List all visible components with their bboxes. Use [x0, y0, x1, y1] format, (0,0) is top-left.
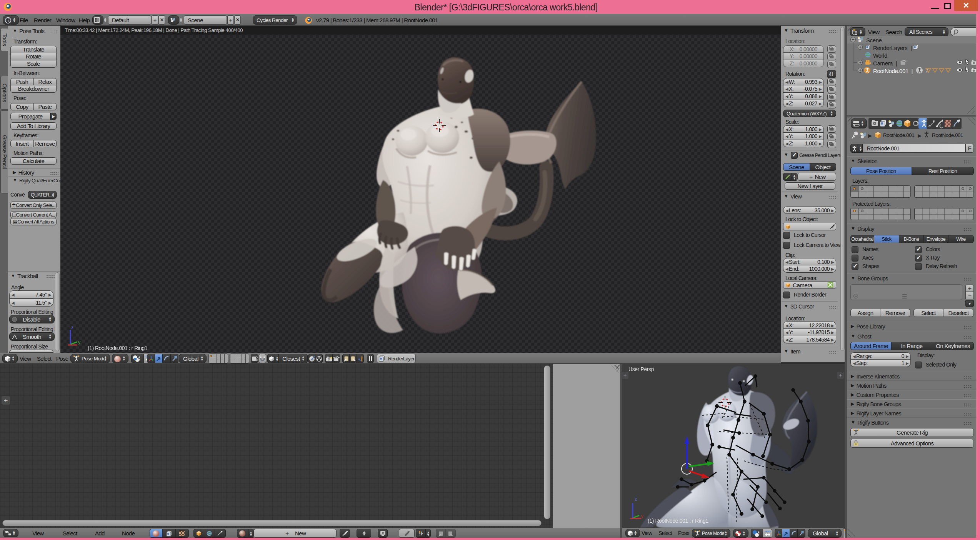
svg-text:z: z	[635, 497, 637, 502]
svg-text:y: y	[78, 340, 80, 345]
svg-text:z: z	[71, 325, 73, 330]
svg-text:(1) RootNode.001 : r Ring1: (1) RootNode.001 : r Ring1	[88, 345, 148, 351]
svg-text:y: y	[641, 513, 643, 519]
